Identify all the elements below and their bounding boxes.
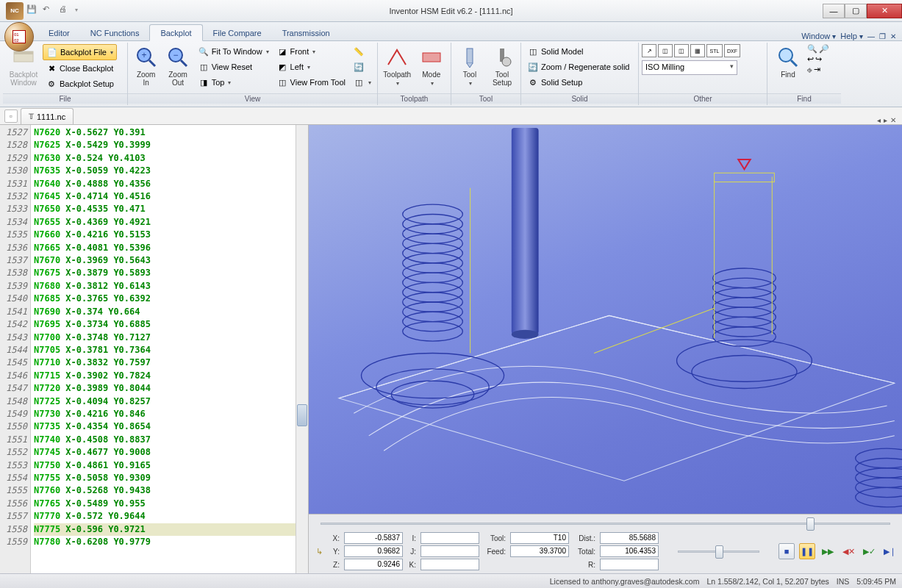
find-icon-1[interactable]: 🔍 xyxy=(807,44,817,54)
code-line[interactable]: N7650 X-0.4535 Y0.471 xyxy=(34,203,296,215)
code-line[interactable]: N7620 X-0.5627 Y0.391 xyxy=(34,126,296,139)
find-icon-6[interactable]: ⇥ xyxy=(814,65,820,74)
fit-to-window-button[interactable]: 🔍Fit To Window▾ xyxy=(195,44,272,59)
code-line[interactable]: N7780 X-0.6208 Y0.9779 xyxy=(34,536,296,548)
code-line[interactable]: N7705 X-0.3781 Y0.7364 xyxy=(34,344,296,356)
code-line[interactable]: N7715 X-0.3902 Y0.7824 xyxy=(34,370,296,382)
step-fwd-button[interactable]: ▶✓ xyxy=(861,543,877,559)
shape-button[interactable]: 🔄 xyxy=(350,60,374,74)
code-line[interactable]: N7730 X-0.4216 Y0.846 xyxy=(34,408,296,420)
other-icon-3[interactable]: ◫ xyxy=(674,44,689,57)
other-icon-1[interactable]: ↗ xyxy=(642,44,656,57)
code-line[interactable]: N7725 X-0.4094 Y0.8257 xyxy=(34,395,296,408)
code-line[interactable]: N7720 X-0.3989 Y0.8044 xyxy=(34,382,296,395)
find-icon-5[interactable]: ⎆ xyxy=(807,65,812,74)
view-from-tool-button[interactable]: ◫View From Tool xyxy=(273,75,348,90)
view-reset-button[interactable]: ◫View Reset xyxy=(195,60,272,74)
menu-help[interactable]: Help ▾ xyxy=(840,32,863,40)
progress-thumb[interactable] xyxy=(806,517,815,531)
code-line[interactable]: N7710 X-0.3832 Y0.7597 xyxy=(34,356,296,369)
other-icon-2[interactable]: ◫ xyxy=(658,44,673,57)
code-line[interactable]: N7775 X-0.596 Y0.9721 xyxy=(34,523,296,536)
code-line[interactable]: N7630 X-0.524 Y0.4103 xyxy=(34,152,296,165)
close-button[interactable]: ✕ xyxy=(867,4,902,18)
other-icon-4[interactable]: ▦ xyxy=(690,44,705,57)
tab-file-compare[interactable]: File Compare xyxy=(203,25,272,40)
solid-setup-button[interactable]: ⚙Solid Setup xyxy=(524,75,632,90)
code-line[interactable]: N7695 X-0.3734 Y0.6885 xyxy=(34,318,296,331)
new-document-button[interactable]: ▫ xyxy=(4,110,18,123)
close-backplot-button[interactable]: ✖ Close Backplot xyxy=(43,61,117,76)
progress-slider[interactable] xyxy=(313,517,898,529)
tool-setup-button[interactable]: Tool Setup xyxy=(487,44,518,88)
other-icon-dxf[interactable]: DXF xyxy=(724,44,740,57)
maximize-button[interactable]: ▢ xyxy=(845,4,867,18)
speed-slider[interactable] xyxy=(670,545,767,557)
qat-dropdown-icon[interactable] xyxy=(75,4,88,18)
mdi-restore-button[interactable]: ❐ xyxy=(879,32,886,40)
code-line[interactable]: N7635 X-0.5059 Y0.4223 xyxy=(34,165,296,177)
qat-save-icon[interactable]: 💾 xyxy=(26,4,40,18)
code-line[interactable]: N7765 X-0.5489 Y0.955 xyxy=(34,498,296,510)
tab-close[interactable]: ✕ xyxy=(890,116,896,124)
code-line[interactable]: N7755 X-0.5058 Y0.9309 xyxy=(34,472,296,484)
code-line[interactable]: N7740 X-0.4508 Y0.8837 xyxy=(34,434,296,446)
pause-button[interactable]: ❚❚ xyxy=(799,543,815,559)
tab-nav-left[interactable]: ◂ xyxy=(877,116,881,124)
code-line[interactable]: N7670 X-0.3969 Y0.5643 xyxy=(34,254,296,267)
top-view-button[interactable]: ◨Top▾ xyxy=(195,75,272,90)
code-line[interactable]: N7665 X-0.4081 Y0.5396 xyxy=(34,242,296,254)
code-line[interactable]: N7675 X-0.3879 Y0.5893 xyxy=(34,267,296,279)
code-line[interactable]: N7645 X-0.4714 Y0.4516 xyxy=(34,190,296,203)
code-line[interactable]: N7640 X-0.4888 Y0.4356 xyxy=(34,178,296,190)
speed-thumb[interactable] xyxy=(715,545,723,559)
code-line[interactable]: N7745 X-0.4677 Y0.9008 xyxy=(34,446,296,459)
tab-backplot[interactable]: Backplot xyxy=(149,24,202,41)
backplot-setup-button[interactable]: ⚙ Backplot Setup xyxy=(43,76,117,91)
ruler-button[interactable]: 📏 xyxy=(350,44,374,59)
document-tab[interactable]: 𝕋 1111.nc xyxy=(21,108,74,124)
code-line[interactable]: N7625 X-0.5429 Y0.3999 xyxy=(34,139,296,151)
other-icon-stl[interactable]: STL xyxy=(706,44,723,57)
zoom-in-button[interactable]: + Zoom In xyxy=(131,44,161,88)
step-back-button[interactable]: ◀✕ xyxy=(840,543,856,559)
skip-end-button[interactable]: ▶❘ xyxy=(881,543,898,559)
solid-model-button[interactable]: ◫Solid Model xyxy=(524,44,632,59)
tool-button[interactable]: Tool▾ xyxy=(454,44,485,88)
scrollbar-thumb[interactable] xyxy=(297,404,307,426)
left-view-button[interactable]: ◩Left▾ xyxy=(273,60,348,74)
code-line[interactable]: N7700 X-0.3748 Y0.7127 xyxy=(34,331,296,344)
code-line[interactable]: N7660 X-0.4216 Y0.5153 xyxy=(34,229,296,241)
code-line[interactable]: N7655 X-0.4369 Y0.4921 xyxy=(34,216,296,229)
code-editor[interactable]: N7620 X-0.5627 Y0.391N7625 X-0.5429 Y0.3… xyxy=(31,125,296,573)
tab-transmission[interactable]: Transmission xyxy=(272,25,340,40)
mode-button[interactable]: Mode▾ xyxy=(415,44,448,88)
play-fwd-button[interactable]: ▶▶ xyxy=(820,543,836,559)
cube-iso-button[interactable]: ◫▾ xyxy=(350,75,374,90)
tab-nc-functions[interactable]: NC Functions xyxy=(80,25,150,40)
backplot-3d-viewer[interactable] xyxy=(309,125,902,514)
code-line[interactable]: N7690 X-0.374 Y0.664 xyxy=(34,306,296,318)
code-line[interactable]: N7680 X-0.3812 Y0.6143 xyxy=(34,280,296,293)
menu-window[interactable]: Window ▾ xyxy=(801,32,836,40)
stop-button[interactable]: ■ xyxy=(778,543,795,559)
qat-print-icon[interactable]: 🖨 xyxy=(59,4,72,18)
backplot-file-button[interactable]: 📄 Backplot File ▾ xyxy=(43,44,117,60)
code-line[interactable]: N7685 X-0.3765 Y0.6392 xyxy=(34,293,296,305)
mdi-close-button[interactable]: ✕ xyxy=(890,32,896,40)
tab-nav-right[interactable]: ▸ xyxy=(884,116,887,124)
front-view-button[interactable]: ◪Front▾ xyxy=(273,44,348,59)
zoom-regen-button[interactable]: 🔄Zoom / Regenerate solid xyxy=(524,60,632,74)
code-line[interactable]: N7770 X-0.572 Y0.9644 xyxy=(34,510,296,523)
toolpath-button[interactable]: Toolpath▾ xyxy=(381,44,414,88)
zoom-out-button[interactable]: − Zoom Out xyxy=(162,44,193,88)
find-icon-2[interactable]: 🔎 xyxy=(819,44,829,54)
tab-editor[interactable]: Editor xyxy=(38,25,80,40)
code-vertical-scrollbar[interactable] xyxy=(296,125,308,573)
qat-undo-icon[interactable]: ↶ xyxy=(43,4,56,18)
app-menu-button[interactable]: 0102 xyxy=(4,22,34,51)
code-line[interactable]: N7760 X-0.5268 Y0.9438 xyxy=(34,484,296,497)
find-button[interactable]: Find xyxy=(770,44,806,80)
mdi-minimize-button[interactable]: — xyxy=(867,32,875,40)
code-line[interactable]: N7735 X-0.4354 Y0.8654 xyxy=(34,420,296,433)
